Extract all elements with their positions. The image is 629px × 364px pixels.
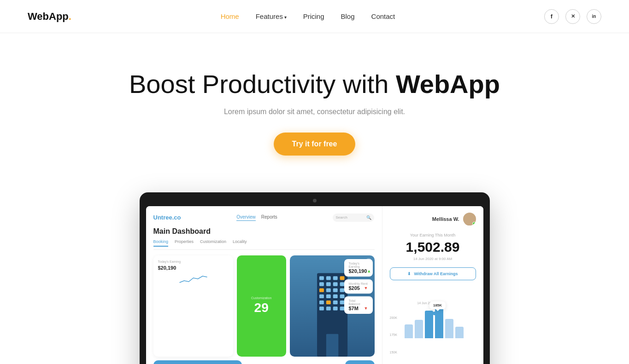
svg-rect-9 — [319, 288, 324, 292]
mini-chart — [158, 273, 229, 284]
stat-val-earn: $20,190 — [349, 268, 367, 274]
laptop-screen: Untree.co Overview Reports Search 🔍 Main… — [146, 206, 483, 364]
laptop-camera — [313, 199, 317, 202]
svg-rect-10 — [326, 288, 330, 292]
sub-tab-customization[interactable]: Customization — [200, 239, 226, 247]
y-label-175k: 175K — [390, 333, 397, 336]
facebook-icon[interactable]: f — [544, 9, 559, 24]
rp-username: Mellissa W. — [432, 216, 459, 222]
chart-tooltip: 185K — [429, 301, 446, 309]
panel-brand: Untree.co — [153, 214, 181, 221]
svg-rect-25 — [326, 334, 338, 357]
svg-point-32 — [467, 214, 472, 220]
hero-title-prefix: Boost Productivity with — [129, 69, 396, 98]
logo-text: WebApp — [28, 11, 69, 23]
hero-section: Boost Productivity with WebApp Lorem ips… — [0, 33, 629, 174]
svg-rect-19 — [333, 300, 337, 304]
stat-label-rent: Monthly Rent — [349, 282, 368, 285]
stat-row-rent: Monthly Rent $205 ▼ — [344, 279, 373, 294]
chart-dot — [433, 312, 436, 315]
svg-rect-6 — [326, 282, 330, 286]
up-arrow-icon: ▲ — [367, 269, 371, 273]
promo-card: 30% OFF On your first rental START30 Cop… — [153, 360, 242, 364]
online-status-icon — [472, 222, 476, 225]
search-icon: 🔍 — [366, 215, 371, 220]
svg-rect-23 — [333, 306, 337, 310]
svg-rect-21 — [319, 306, 324, 310]
sub-tabs: Booking Properties Customization Localit… — [153, 239, 375, 250]
right-panel: Mellissa W. Your Earning This Month 1,50… — [382, 206, 483, 364]
logo-dot: . — [69, 11, 71, 23]
sub-tab-booking[interactable]: Booking — [153, 239, 169, 247]
hero-subtitle: Lorem ipsum dolor sit amet, consectetur … — [9, 108, 620, 116]
earnings-chart: 14 Jun 2020 185K 200K 175K 150K 125K 100… — [390, 288, 476, 364]
bar-2 — [415, 320, 423, 338]
tab-overview[interactable]: Overview — [236, 214, 256, 221]
spacer — [246, 360, 341, 364]
svg-rect-18 — [326, 300, 330, 304]
stat-val-balance: $7M — [349, 306, 359, 311]
stat-row-earnings: Today's Earning $20,190 ▲ — [344, 259, 373, 277]
try-free-button[interactable]: Try it for free — [274, 133, 356, 156]
earnings-card: Today's Earning $20,190 — [153, 255, 233, 357]
bar-6 — [455, 327, 464, 338]
svg-rect-1 — [319, 276, 324, 280]
sub-tab-properties[interactable]: Properties — [175, 239, 194, 247]
stat-label-balance: Total Balance — [349, 299, 368, 306]
earnings-label: Today's Earning — [158, 260, 229, 263]
stat-row-balance: Total Balance $7M ▼ — [344, 296, 373, 314]
nav-item-contact[interactable]: Contact — [371, 12, 395, 21]
navbar: WebApp. Home Features Pricing Blog Conta… — [0, 0, 629, 33]
hero-title-bold: WebApp — [396, 69, 500, 98]
svg-rect-15 — [333, 294, 337, 298]
chart-tooltip-value: 185K — [433, 303, 442, 307]
down-arrow-icon: ▼ — [364, 286, 368, 290]
search-placeholder: Search — [335, 215, 347, 220]
rp-avatar — [463, 213, 476, 225]
panel-title: Main Dashboard — [153, 227, 375, 236]
stat-label-earn: Today's Earning — [349, 262, 368, 268]
customization-card: Customization 29 — [237, 255, 286, 357]
down-arrow-icon-2: ▼ — [364, 306, 368, 311]
device-mockup: Untree.co Overview Reports Search 🔍 Main… — [0, 174, 629, 364]
svg-rect-17 — [319, 300, 324, 304]
cards-row-1: Today's Earning $20,190 Customization 29 — [153, 255, 375, 357]
svg-rect-2 — [326, 276, 330, 280]
withdraw-label: Withdraw All Earnings — [414, 272, 458, 276]
bar-3 — [425, 311, 433, 338]
stats-overlay: Today's Earning $20,190 ▲ Monthly Rent — [344, 259, 373, 314]
tab-reports[interactable]: Reports — [261, 214, 277, 221]
nav-item-blog[interactable]: Blog — [341, 12, 355, 21]
svg-rect-7 — [333, 282, 337, 286]
hero-title: Boost Productivity with WebApp — [9, 70, 620, 98]
svg-rect-14 — [326, 294, 330, 298]
rp-header: Mellissa W. — [390, 213, 476, 225]
y-label-150k: 150K — [390, 351, 397, 354]
earning-value: 1,502.89 — [390, 239, 476, 255]
linkedin-icon[interactable]: in — [587, 9, 601, 24]
cards-row-2: 30% OFF On your first rental START30 Cop… — [153, 360, 375, 364]
left-panel: Untree.co Overview Reports Search 🔍 Main… — [146, 206, 382, 364]
nav-item-home[interactable]: Home — [221, 12, 239, 21]
earnings-value: $20,190 — [158, 265, 229, 271]
earning-month-label: Your Earning This Month — [390, 233, 476, 237]
building-card: ✕ — [290, 255, 375, 357]
twitter-icon[interactable]: ✕ — [565, 9, 580, 24]
laptop-frame: Untree.co Overview Reports Search 🔍 Main… — [140, 192, 490, 364]
withdraw-button[interactable]: ⬇ Withdraw All Earnings — [390, 267, 476, 280]
y-label-200k: 200K — [390, 316, 397, 319]
nav-item-features[interactable]: Features — [256, 12, 287, 21]
nav-menu: Home Features Pricing Blog Contact — [221, 12, 395, 21]
nav-logo[interactable]: WebApp. — [28, 11, 71, 23]
bar-1 — [405, 324, 413, 338]
earning-date: 14 Jun 2020 at 9:00 AM — [390, 257, 476, 261]
svg-rect-13 — [319, 294, 324, 298]
sub-tab-locality[interactable]: Locality — [233, 239, 247, 247]
panel-search[interactable]: Search 🔍 — [333, 214, 374, 222]
svg-rect-11 — [333, 288, 337, 292]
withdraw-icon: ⬇ — [407, 272, 411, 276]
nav-social: f ✕ in — [544, 9, 601, 24]
nav-item-pricing[interactable]: Pricing — [303, 12, 324, 21]
svg-rect-22 — [326, 306, 330, 310]
svg-rect-3 — [333, 276, 337, 280]
